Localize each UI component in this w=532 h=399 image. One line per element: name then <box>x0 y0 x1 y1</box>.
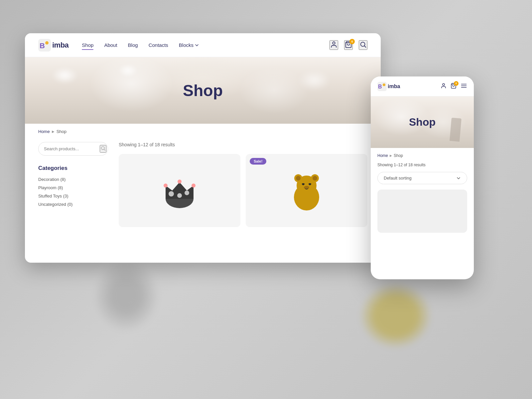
products-area: Showing 1–12 of 18 results <box>119 142 367 263</box>
desktop-nav: Shop About Blog Contacts Blocks <box>82 42 330 48</box>
nav-shop[interactable]: Shop <box>82 42 93 48</box>
svg-point-14 <box>192 184 196 188</box>
breadcrumb-arrow: ▶ <box>52 130 55 133</box>
breadcrumb-home[interactable]: Home <box>38 129 50 134</box>
svg-point-26 <box>383 83 385 86</box>
products-grid: Sale! <box>119 154 367 227</box>
desktop-breadcrumb-area: Home ▶ Shop <box>25 124 381 134</box>
user-icon <box>330 41 337 48</box>
categories-list: Decoration (8) Playroom (8) Stuffed Toys… <box>38 177 108 207</box>
desktop-hero: Shop <box>25 57 381 124</box>
desktop-header-icons: 0 <box>330 40 367 50</box>
svg-point-9 <box>169 191 174 197</box>
product-card-crown[interactable] <box>119 154 240 227</box>
desktop-main-content: Categories Decoration (8) Playroom (8) S… <box>25 134 381 263</box>
bg-toy-crown <box>93 259 160 332</box>
svg-text:B: B <box>40 42 45 50</box>
cart-button[interactable]: 0 <box>344 40 353 50</box>
mobile-logo-icon: B <box>377 82 387 91</box>
nav-contacts[interactable]: Contacts <box>149 42 168 48</box>
nav-blog[interactable]: Blog <box>128 42 138 48</box>
mobile-product-card[interactable] <box>377 190 467 233</box>
svg-point-6 <box>101 147 104 150</box>
category-playroom[interactable]: Playroom (8) <box>38 185 108 190</box>
svg-text:B: B <box>378 84 382 89</box>
nav-blocks[interactable]: Blocks <box>179 42 199 48</box>
svg-point-5 <box>361 42 365 47</box>
mobile-logo-area: B imba <box>377 82 441 91</box>
categories-title: Categories <box>38 165 108 172</box>
mobile-cart-button[interactable]: 0 <box>451 83 457 90</box>
svg-point-12 <box>164 184 168 188</box>
svg-point-3 <box>332 42 335 44</box>
search-submit-icon <box>100 146 106 151</box>
user-button[interactable] <box>330 40 338 50</box>
desktop-window: B imba Shop About Blog Contacts Blocks <box>25 33 381 263</box>
svg-point-27 <box>443 83 445 85</box>
mobile-breadcrumb: Home ▶ Shop <box>377 153 467 158</box>
mobile-content: Home ▶ Shop Showing 1–12 of 18 results D… <box>371 148 474 238</box>
desktop-header: B imba Shop About Blog Contacts Blocks <box>25 33 381 57</box>
desktop-cart-badge: 0 <box>349 39 355 44</box>
mobile-user-icon <box>441 83 447 89</box>
cotton-deco-3 <box>118 64 138 77</box>
mobile-hero-title: Shop <box>409 116 436 128</box>
svg-point-11 <box>185 191 189 195</box>
logo[interactable]: B imba <box>38 39 68 52</box>
mobile-logo-text: imba <box>388 83 400 89</box>
cotton-deco-2 <box>298 70 331 90</box>
mobile-sort-arrow-icon <box>456 176 461 181</box>
mobile-breadcrumb-home[interactable]: Home <box>377 153 388 158</box>
svg-point-23 <box>304 186 309 189</box>
mobile-header-icons: 0 <box>441 82 467 90</box>
mobile-cotton-strand <box>450 118 462 142</box>
svg-point-20 <box>313 176 317 181</box>
search-button[interactable] <box>359 40 367 50</box>
mobile-window: B imba 0 <box>371 76 474 279</box>
mobile-sort-label: Default sorting <box>384 176 412 181</box>
category-stuffed-toys[interactable]: Stuffed Toys (3) <box>38 194 108 199</box>
desktop-hero-title: Shop <box>183 81 223 100</box>
crown-toy-illustration <box>160 169 200 212</box>
mobile-hamburger-icon <box>461 82 467 89</box>
blocks-arrow-icon <box>195 43 199 47</box>
bear-toy-illustration <box>288 169 325 212</box>
logo-icon: B <box>38 39 51 52</box>
svg-point-19 <box>296 176 301 181</box>
logo-text: imba <box>52 41 68 50</box>
svg-point-10 <box>177 193 182 198</box>
mobile-results-count: Showing 1–12 of 18 results <box>377 163 467 167</box>
search-box[interactable] <box>38 142 108 156</box>
mobile-breadcrumb-arrow: ▶ <box>390 154 392 157</box>
results-count: Showing 1–12 of 18 results <box>119 142 367 147</box>
search-icon <box>359 41 367 48</box>
category-uncategorized[interactable]: Uncategorized (0) <box>38 202 108 207</box>
category-decoration[interactable]: Decoration (8) <box>38 177 108 182</box>
mobile-hero: Shop <box>371 96 474 148</box>
cotton-deco-1 <box>52 67 78 84</box>
mobile-user-button[interactable] <box>441 83 447 90</box>
sale-badge: Sale! <box>250 158 266 165</box>
breadcrumb: Home ▶ Shop <box>38 129 367 134</box>
mobile-sort-row: Default sorting <box>377 172 467 184</box>
mobile-sort-select[interactable]: Default sorting <box>377 172 467 184</box>
bg-toy-bear <box>359 283 432 349</box>
mobile-menu-button[interactable] <box>461 82 467 90</box>
product-card-bear[interactable]: Sale! <box>246 154 367 227</box>
search-submit-button[interactable] <box>100 145 106 153</box>
mobile-breadcrumb-current: Shop <box>394 153 403 158</box>
breadcrumb-current: Shop <box>57 129 66 134</box>
svg-point-13 <box>178 180 182 184</box>
mobile-cart-badge: 0 <box>454 81 459 86</box>
mobile-header: B imba 0 <box>371 76 474 96</box>
nav-about[interactable]: About <box>104 42 117 48</box>
search-input[interactable] <box>44 146 100 151</box>
desktop-sidebar: Categories Decoration (8) Playroom (8) S… <box>38 142 108 263</box>
svg-point-2 <box>45 41 49 45</box>
